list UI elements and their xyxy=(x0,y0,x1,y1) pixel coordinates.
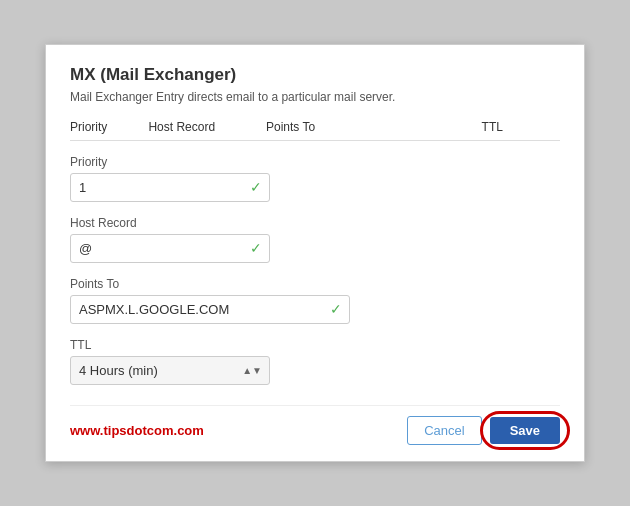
th-ttl: TTL xyxy=(482,120,560,134)
priority-input[interactable] xyxy=(70,173,270,202)
points-to-input[interactable] xyxy=(70,295,350,324)
dialog-description: Mail Exchanger Entry directs email to a … xyxy=(70,89,560,106)
mx-dialog: MX (Mail Exchanger) Mail Exchanger Entry… xyxy=(45,44,585,462)
points-to-label: Points To xyxy=(70,277,560,291)
host-record-input[interactable] xyxy=(70,234,270,263)
ttl-select-wrapper: 4 Hours (min) 1 Hour 2 Hours 8 Hours 24 … xyxy=(70,356,270,385)
points-to-input-wrapper: ✓ xyxy=(70,295,350,324)
priority-check-icon: ✓ xyxy=(250,179,262,195)
host-record-label: Host Record xyxy=(70,216,560,230)
cancel-button[interactable]: Cancel xyxy=(407,416,481,445)
ttl-group: TTL 4 Hours (min) 1 Hour 2 Hours 8 Hours… xyxy=(70,338,560,385)
priority-label: Priority xyxy=(70,155,560,169)
table-header: Priority Host Record Points To TTL xyxy=(70,120,560,141)
priority-group: Priority ✓ xyxy=(70,155,560,202)
footer-buttons: Cancel Save xyxy=(407,416,560,445)
dialog-footer: www.tipsdotcom.com Cancel Save xyxy=(70,405,560,445)
priority-input-wrapper: ✓ xyxy=(70,173,270,202)
th-priority: Priority xyxy=(70,120,148,134)
points-to-group: Points To ✓ xyxy=(70,277,560,324)
th-points-to: Points To xyxy=(266,120,482,134)
points-to-check-icon: ✓ xyxy=(330,301,342,317)
th-host-record: Host Record xyxy=(148,120,266,134)
watermark-text: www.tipsdotcom.com xyxy=(70,423,204,438)
host-record-input-wrapper: ✓ xyxy=(70,234,270,263)
dialog-title: MX (Mail Exchanger) xyxy=(70,65,560,85)
host-record-check-icon: ✓ xyxy=(250,240,262,256)
host-record-group: Host Record ✓ xyxy=(70,216,560,263)
ttl-label: TTL xyxy=(70,338,560,352)
save-button[interactable]: Save xyxy=(490,417,560,444)
ttl-select[interactable]: 4 Hours (min) 1 Hour 2 Hours 8 Hours 24 … xyxy=(70,356,270,385)
save-button-wrapper: Save xyxy=(490,417,560,444)
